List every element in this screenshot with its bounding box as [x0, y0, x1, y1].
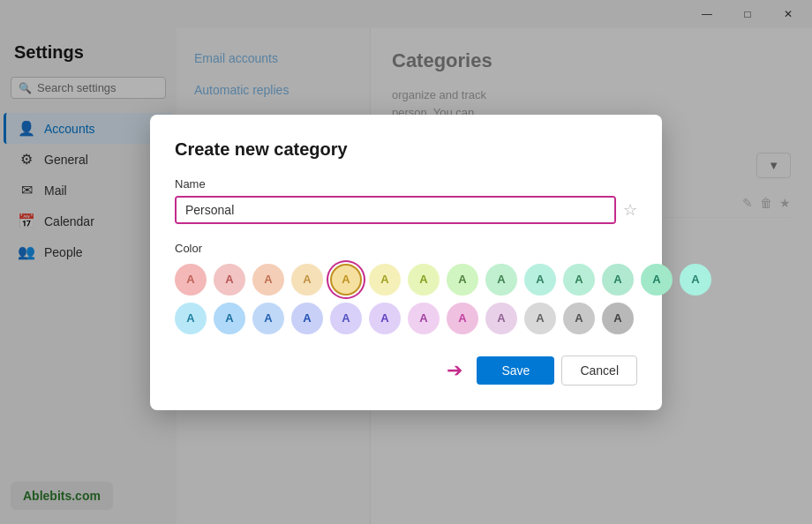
name-label: Name — [175, 177, 637, 191]
color-circle[interactable]: A — [563, 264, 595, 296]
modal-overlay: Create new category Name ☆ Color AAAAAAA… — [0, 0, 812, 524]
color-circle[interactable]: A — [330, 303, 362, 334]
color-circle[interactable]: A — [214, 303, 245, 334]
color-circle[interactable]: A — [447, 303, 478, 334]
color-circle[interactable]: A — [485, 303, 517, 334]
color-circle[interactable]: A — [602, 264, 634, 296]
color-circle[interactable]: A — [175, 303, 207, 334]
color-grid: AAAAAAAAAAAAAA AAAAAAAAAAAA — [175, 264, 637, 334]
color-circle[interactable]: A — [214, 264, 245, 296]
color-circle[interactable]: A — [291, 303, 323, 334]
color-circle[interactable]: A — [369, 303, 401, 334]
color-circle[interactable]: A — [408, 303, 440, 334]
color-circle[interactable]: A — [485, 264, 517, 296]
color-circle[interactable]: A — [252, 303, 284, 334]
cancel-button[interactable]: Cancel — [561, 356, 637, 386]
color-circle[interactable]: A — [524, 303, 556, 334]
color-circle[interactable]: A — [602, 303, 634, 334]
color-circle[interactable]: A — [641, 264, 673, 296]
color-row-2: AAAAAAAAAAAA — [175, 303, 637, 334]
arrow-icon: ➔ — [447, 359, 462, 382]
color-circle[interactable]: A — [252, 264, 284, 296]
create-category-dialog: Create new category Name ☆ Color AAAAAAA… — [150, 115, 662, 410]
color-circle[interactable]: A — [680, 264, 711, 296]
name-input-group[interactable] — [175, 196, 616, 224]
color-circle[interactable]: A — [524, 264, 556, 296]
name-input-rest[interactable] — [282, 198, 614, 222]
name-row: ☆ — [175, 196, 637, 224]
save-button[interactable]: Save — [477, 356, 554, 385]
color-circle[interactable]: A — [291, 264, 323, 296]
color-circle[interactable]: A — [563, 303, 595, 334]
color-circle[interactable]: A — [369, 264, 401, 296]
color-circle[interactable]: A — [447, 264, 478, 296]
dialog-footer: ➔ Save Cancel — [175, 356, 637, 386]
dialog-title: Create new category — [175, 139, 637, 160]
favorite-star-icon[interactable]: ☆ — [623, 200, 637, 220]
name-input[interactable] — [177, 198, 282, 222]
color-label: Color — [175, 242, 637, 255]
color-circle[interactable]: A — [175, 264, 207, 296]
color-circle[interactable]: A — [330, 264, 362, 296]
color-row-1: AAAAAAAAAAAAAA — [175, 264, 637, 296]
color-circle[interactable]: A — [408, 264, 440, 296]
main-window: — □ ✕ Settings 🔍 👤 Accounts ⚙ General ✉ … — [0, 0, 812, 524]
